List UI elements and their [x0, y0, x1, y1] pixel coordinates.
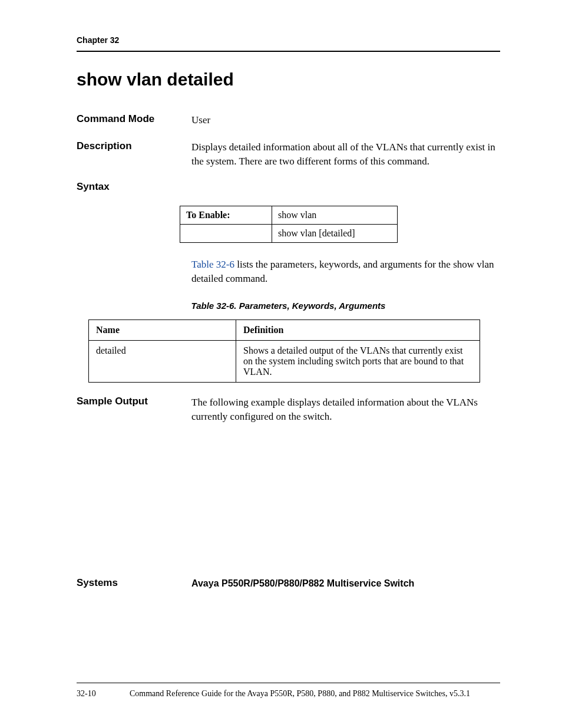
th-definition: Definition: [236, 319, 480, 340]
command-mode-value: User: [191, 113, 500, 127]
sample-output-row: Sample Output The following example disp…: [77, 396, 500, 424]
param-table-caption: Table 32-6. Parameters, Keywords, Argume…: [77, 301, 500, 311]
description-row: Description Displays detailed informatio…: [77, 140, 500, 169]
sample-output-value: The following example displays detailed …: [191, 396, 500, 424]
table-reference-link[interactable]: Table 32-6: [191, 259, 234, 270]
table-header-row: Name Definition: [89, 319, 480, 340]
command-mode-row: Command Mode User: [77, 113, 500, 127]
page-header: Chapter 32: [77, 35, 500, 52]
syntax-row-head: To Enable:: [180, 206, 272, 225]
td-name: detailed: [89, 340, 236, 382]
systems-label: Systems: [77, 577, 191, 590]
table-row: show vlan [detailed]: [180, 225, 398, 243]
description-label: Description: [77, 140, 191, 169]
page-number: 32-10: [77, 689, 130, 699]
param-table: Name Definition detailed Shows a detaile…: [88, 319, 480, 383]
systems-row: Systems Avaya P550R/P580/P880/P882 Multi…: [77, 577, 500, 590]
reference-rest: lists the parameters, keywords, and argu…: [191, 259, 494, 284]
page: Chapter 32 show vlan detailed Command Mo…: [0, 0, 562, 728]
table-row: To Enable: show vlan: [180, 206, 398, 225]
th-name: Name: [89, 319, 236, 340]
footer-text: Command Reference Guide for the Avaya P5…: [130, 689, 500, 699]
syntax-row-cmd: show vlan: [272, 206, 398, 225]
syntax-row: Syntax: [77, 181, 500, 193]
command-mode-label: Command Mode: [77, 113, 191, 127]
reference-text: Table 32-6 lists the parameters, keyword…: [191, 258, 500, 286]
chapter-label: Chapter 32: [77, 35, 119, 45]
page-footer: 32-10 Command Reference Guide for the Av…: [77, 683, 500, 699]
syntax-table: To Enable: show vlan show vlan [detailed…: [180, 206, 398, 243]
syntax-body: [191, 181, 500, 193]
reference-row: Table 32-6 lists the parameters, keyword…: [77, 258, 500, 286]
syntax-row-cmd: show vlan [detailed]: [272, 225, 398, 243]
page-title: show vlan detailed: [77, 70, 500, 90]
td-definition: Shows a detailed output of the VLANs tha…: [236, 340, 480, 382]
description-value: Displays detailed information about all …: [191, 140, 500, 169]
syntax-row-head: [180, 225, 272, 243]
syntax-label: Syntax: [77, 181, 191, 193]
table-row: detailed Shows a detailed output of the …: [89, 340, 480, 382]
sample-output-label: Sample Output: [77, 396, 191, 424]
systems-value: Avaya P550R/P580/P880/P882 Multiservice …: [191, 577, 500, 590]
